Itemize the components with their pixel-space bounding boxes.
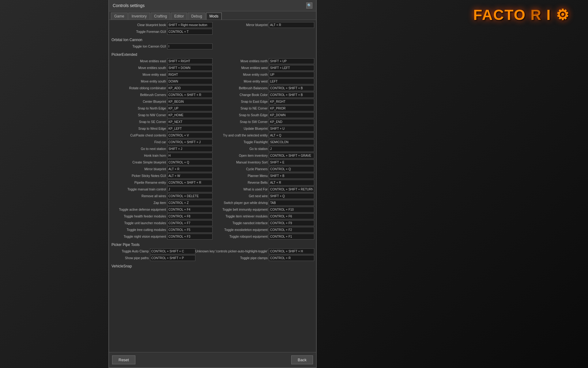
- label-clear-blueprint: Clear blueprint book: [111, 23, 167, 27]
- inp-planner-menu[interactable]: [269, 173, 314, 179]
- inp-move-north[interactable]: [269, 58, 314, 64]
- inp-show-pipe-paths[interactable]: [150, 255, 195, 261]
- tab-inventory[interactable]: Inventory: [128, 13, 150, 20]
- inp-honk[interactable]: [167, 153, 213, 159]
- lbl-beltbrush-corners: Beltbrush Corners: [111, 93, 167, 97]
- inp-next-station[interactable]: [167, 146, 213, 152]
- section-header-pipe-tools: Picker Pipe Tools: [111, 241, 314, 248]
- lbl-snap-sw: Snap to SW Corner: [213, 120, 269, 124]
- inp-exoskeleton[interactable]: [269, 227, 314, 233]
- inp-move-west[interactable]: [269, 65, 314, 71]
- inp-roboport[interactable]: [269, 234, 314, 240]
- inp-move-entity-north[interactable]: [269, 72, 314, 78]
- lbl-snap-ne: Snap to NE Corner: [213, 106, 269, 110]
- inp-find-car[interactable]: [167, 139, 213, 145]
- controls-panel: Controls settings 🔍 Game Inventory Craft…: [108, 0, 317, 368]
- lbl-snap-west: Snap to West Edge: [111, 127, 167, 130]
- inp-pipette[interactable]: [167, 180, 213, 186]
- inp-beltbrush-balancers[interactable]: [269, 85, 314, 91]
- inp-auto-clamp[interactable]: [150, 248, 195, 254]
- close-button[interactable]: 🔍: [306, 2, 312, 9]
- lbl-sticky-notes: Picker Sticky Notes GUI: [111, 174, 167, 178]
- lbl-exoskeleton: Toggle exoskeleton equipment: [213, 228, 269, 232]
- inp-night-vision[interactable]: [167, 234, 213, 240]
- inp-tree-cutting[interactable]: [167, 227, 213, 233]
- lbl-move-entity-west: Move entity west: [213, 79, 269, 83]
- inp-health-feeder[interactable]: [167, 213, 213, 219]
- inp-beltbrush-corners[interactable]: [167, 92, 213, 98]
- inp-go-station[interactable]: [269, 146, 314, 152]
- inp-sticky-notes[interactable]: [167, 173, 213, 179]
- inp-switch-gun[interactable]: [269, 200, 314, 206]
- tab-editor[interactable]: Editor: [171, 13, 187, 20]
- tab-mods[interactable]: Mods: [206, 13, 222, 20]
- inp-simple-blueprint[interactable]: [167, 159, 213, 165]
- inp-snap-sw[interactable]: [269, 119, 314, 125]
- inp-unit-launcher[interactable]: [167, 220, 213, 226]
- inp-move-south[interactable]: [167, 65, 213, 71]
- tab-game[interactable]: Game: [111, 13, 128, 20]
- inp-mirror-bp[interactable]: [167, 166, 213, 172]
- lbl-snap-south: Snap to South Edge: [213, 113, 269, 117]
- content-area[interactable]: Clear blueprint book Toggle Foreman GUI …: [109, 20, 316, 360]
- inp-snap-south[interactable]: [269, 112, 314, 118]
- lbl-move-entity-east: Move entity east: [111, 73, 167, 76]
- tabs-bar: Game Inventory Crafting Editor Debug Mod…: [109, 11, 316, 20]
- inp-manual-train[interactable]: [167, 186, 213, 192]
- inp-move-entity-south[interactable]: [167, 79, 213, 84]
- panel-title-bar: Controls settings 🔍: [109, 0, 316, 11]
- lbl-manual-inv-sort: Manual Inventory Sort: [213, 160, 269, 164]
- inp-update-blueprint[interactable]: [269, 126, 314, 132]
- inp-nanobot[interactable]: [269, 220, 314, 226]
- inp-snap-west[interactable]: [167, 126, 213, 132]
- reset-button[interactable]: Reset: [112, 355, 135, 364]
- inp-get-next-wire[interactable]: [269, 193, 314, 199]
- logo-area: FACTO R I ⚙: [473, 6, 570, 23]
- inp-what-used-for[interactable]: [269, 186, 314, 192]
- inp-snap-north[interactable]: [167, 105, 213, 111]
- inp-change-book-color[interactable]: [269, 92, 314, 98]
- inp-snap-se[interactable]: [167, 119, 213, 125]
- inp-move-entity-west[interactable]: [269, 79, 314, 84]
- inp-move-entity-east[interactable]: [167, 72, 213, 78]
- inp-snap-nw[interactable]: [167, 112, 213, 118]
- inp-manual-inv-sort[interactable]: [269, 159, 314, 165]
- input-toggle-foreman[interactable]: [167, 29, 213, 35]
- tab-debug[interactable]: Debug: [188, 13, 205, 20]
- inp-item-retriever[interactable]: [269, 213, 314, 219]
- col-left-picker: Move entities east Move entities south M…: [111, 58, 213, 240]
- inp-pipe-clamps[interactable]: [269, 255, 314, 261]
- inp-open-inventory[interactable]: [269, 153, 314, 159]
- col-right-orbital: [213, 43, 314, 50]
- inp-cycle-planners[interactable]: [269, 166, 314, 172]
- inp-flashlight[interactable]: [269, 139, 314, 145]
- lbl-what-used-for: What is used For: [213, 187, 269, 191]
- inp-reverse-belts[interactable]: [269, 180, 314, 186]
- lbl-show-pipe-paths: Show pipe paths: [111, 256, 150, 260]
- back-button[interactable]: Back: [291, 355, 313, 364]
- lbl-snap-north: Snap to North Edge: [111, 106, 167, 110]
- inp-try-craft[interactable]: [269, 132, 314, 138]
- inp-zap[interactable]: [167, 200, 213, 206]
- inp-belt-immunity[interactable]: [269, 207, 314, 213]
- lbl-auto-highlight: Unknown key:'controls picker-auto-highli…: [195, 249, 269, 253]
- section-header-vehiclesnap: VehicleSnap: [111, 263, 314, 270]
- inp-move-east[interactable]: [167, 58, 213, 64]
- input-clear-blueprint[interactable]: [167, 22, 213, 28]
- lbl-cutpaste: Cut/Paste chest contents: [111, 133, 167, 137]
- logo-text: FACTO R I ⚙: [473, 6, 570, 23]
- panel-title-text: Controls settings: [113, 3, 145, 8]
- inp-center-blueprint[interactable]: [167, 99, 213, 105]
- inp-rotate-oblong[interactable]: [167, 85, 213, 91]
- inp-auto-highlight[interactable]: [269, 248, 314, 254]
- inp-snap-east[interactable]: [269, 99, 314, 105]
- lbl-pipe-clamps: Toggle pipe clamps: [195, 256, 269, 260]
- inp-remove-wires[interactable]: [167, 193, 213, 199]
- inp-snap-ne[interactable]: [269, 105, 314, 111]
- tab-crafting[interactable]: Crafting: [151, 13, 170, 20]
- input-toggle-ion[interactable]: [167, 44, 213, 49]
- inp-active-defense[interactable]: [167, 207, 213, 213]
- input-mirror-blueprint-top[interactable]: [269, 22, 314, 28]
- lbl-go-station: Go to station: [213, 147, 269, 151]
- inp-cutpaste[interactable]: [167, 132, 213, 138]
